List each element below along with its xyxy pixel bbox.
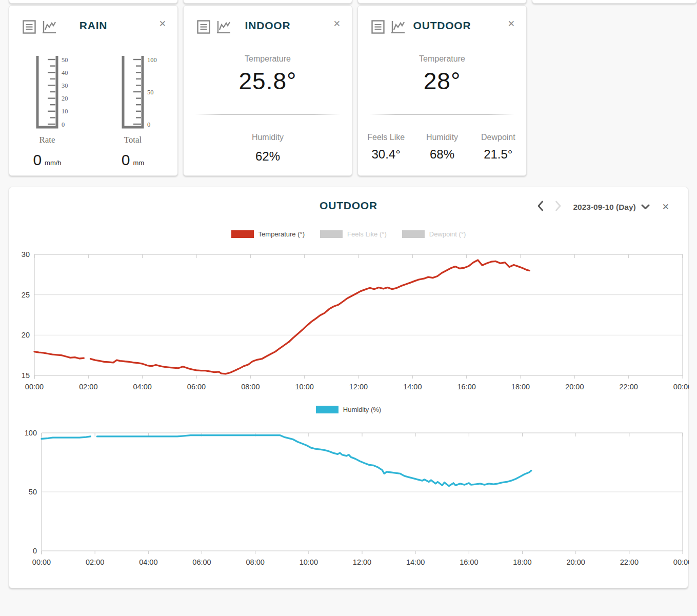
outdoor-dewpoint: Dewpoint 21.5° <box>470 133 526 162</box>
indoor-temperature-value: 25.8° <box>184 67 352 95</box>
svg-text:20:00: 20:00 <box>567 558 585 566</box>
legend-item[interactable]: Feels Like (°) <box>320 230 387 238</box>
svg-text:40: 40 <box>62 69 68 76</box>
legend-swatch <box>320 230 343 238</box>
legend-swatch <box>402 230 425 238</box>
card-divider <box>370 114 514 115</box>
svg-text:20:00: 20:00 <box>565 383 584 391</box>
svg-text:22:00: 22:00 <box>620 383 638 391</box>
humidity-chart: 00:0002:0004:0006:0008:0010:0012:0014:00… <box>9 424 689 578</box>
svg-text:50: 50 <box>29 488 37 496</box>
chart-close-icon[interactable]: ✕ <box>662 203 669 211</box>
svg-text:18:00: 18:00 <box>513 558 531 566</box>
previous-day-icon[interactable] <box>537 201 544 213</box>
svg-text:00:00: 00:00 <box>673 558 689 566</box>
outdoor-card: OUTDOOR ✕ Temperature 28° Feels Like 30.… <box>357 5 527 176</box>
series-line <box>97 435 531 486</box>
outdoor-temperature-value: 28° <box>358 67 526 95</box>
humidity-chart-legend: Humidity (%) <box>9 406 688 413</box>
svg-text:16:00: 16:00 <box>457 383 476 391</box>
legend-item[interactable]: Dewpoint (°) <box>402 230 466 238</box>
legend-label: Temperature (°) <box>258 230 305 238</box>
temperature-chart-legend: Temperature (°)Feels Like (°)Dewpoint (°… <box>9 230 688 238</box>
svg-text:10: 10 <box>62 108 68 115</box>
svg-text:04:00: 04:00 <box>133 383 152 391</box>
humidity-label: Humidity <box>414 133 470 142</box>
partial-card-top-1 <box>9 0 178 4</box>
svg-text:14:00: 14:00 <box>406 558 425 566</box>
svg-text:04:00: 04:00 <box>139 558 157 566</box>
indoor-card: INDOOR ✕ Temperature 25.8° Humidity 62% <box>183 5 352 176</box>
partial-card-top-2 <box>183 0 352 4</box>
partial-card-top-3 <box>357 0 527 4</box>
svg-text:50: 50 <box>147 89 154 96</box>
svg-text:02:00: 02:00 <box>86 558 104 566</box>
rain-rate-number: 0 <box>33 151 42 169</box>
series-line <box>91 260 530 374</box>
outdoor-card-close-icon[interactable]: ✕ <box>508 19 515 28</box>
chevron-down-icon[interactable] <box>641 203 650 212</box>
indoor-humidity-label: Humidity <box>184 133 352 142</box>
svg-text:20: 20 <box>22 331 30 339</box>
svg-text:10:00: 10:00 <box>300 558 318 566</box>
legend-item[interactable]: Temperature (°) <box>231 230 305 238</box>
rain-total-gauge: 050100 Total 0 mm <box>113 53 171 169</box>
svg-text:0: 0 <box>33 547 37 555</box>
svg-text:10:00: 10:00 <box>295 383 314 391</box>
series-line <box>42 436 90 439</box>
rain-card-close-icon[interactable]: ✕ <box>159 19 166 28</box>
rain-rate-value: 0 mm/h <box>28 151 67 169</box>
legend-swatch <box>231 230 254 238</box>
svg-text:100: 100 <box>147 56 157 64</box>
dashboard: RAIN ✕ 01020304050 Rate 0 mm/h 050100 To… <box>0 0 697 616</box>
rain-card-header: RAIN ✕ <box>9 6 177 34</box>
svg-text:100: 100 <box>25 429 37 437</box>
svg-text:00:00: 00:00 <box>673 383 689 391</box>
rain-total-number: 0 <box>122 151 130 169</box>
outdoor-chart-card: OUTDOOR 2023-09-10 (Day) ✕ Temperature (… <box>9 187 688 588</box>
svg-text:30: 30 <box>62 82 68 89</box>
svg-text:12:00: 12:00 <box>353 558 371 566</box>
svg-text:06:00: 06:00 <box>187 383 206 391</box>
indoor-card-header: INDOOR ✕ <box>184 6 352 34</box>
indoor-card-title: INDOOR <box>184 19 352 32</box>
rain-total-label: Total <box>113 135 152 145</box>
legend-item[interactable]: Humidity (%) <box>316 406 381 413</box>
temperature-chart: 00:0002:0004:0006:0008:0010:0012:0014:00… <box>9 246 689 400</box>
next-day-icon[interactable] <box>555 201 562 213</box>
outdoor-humidity: Humidity 68% <box>414 133 470 162</box>
svg-text:16:00: 16:00 <box>460 558 478 566</box>
date-range-selector[interactable]: 2023-09-10 (Day) <box>573 203 635 212</box>
rain-total-unit: mm <box>133 159 145 167</box>
legend-label: Feels Like (°) <box>347 230 387 238</box>
outdoor-card-title: OUTDOOR <box>358 19 526 32</box>
dewpoint-label: Dewpoint <box>470 133 526 142</box>
partial-card-top-4 <box>532 0 697 4</box>
svg-text:14:00: 14:00 <box>403 383 422 391</box>
indoor-card-close-icon[interactable]: ✕ <box>333 19 341 28</box>
indoor-humidity-value: 62% <box>184 149 352 164</box>
svg-text:22:00: 22:00 <box>620 558 639 566</box>
outdoor-stats-row: Feels Like 30.4° Humidity 68% Dewpoint 2… <box>358 133 526 162</box>
card-divider <box>195 114 340 115</box>
rain-card: RAIN ✕ 01020304050 Rate 0 mm/h 050100 To… <box>9 5 178 176</box>
indoor-temperature-label: Temperature <box>184 54 352 64</box>
outdoor-card-header: OUTDOOR ✕ <box>358 6 526 34</box>
feels-like-label: Feels Like <box>358 133 414 142</box>
svg-text:0: 0 <box>147 121 150 128</box>
svg-text:50: 50 <box>62 56 68 64</box>
outdoor-feels-like: Feels Like 30.4° <box>358 133 414 162</box>
svg-text:25: 25 <box>22 291 30 299</box>
rain-total-value: 0 mm <box>113 151 152 169</box>
svg-text:08:00: 08:00 <box>246 558 265 566</box>
rain-rate-unit: mm/h <box>45 159 62 167</box>
svg-text:00:00: 00:00 <box>32 558 51 566</box>
svg-text:15: 15 <box>22 371 30 380</box>
rain-card-title: RAIN <box>9 19 177 32</box>
feels-like-value: 30.4° <box>358 147 414 162</box>
date-navigation: 2023-09-10 (Day) ✕ <box>537 201 669 213</box>
svg-text:02:00: 02:00 <box>79 383 97 391</box>
svg-text:18:00: 18:00 <box>511 383 530 391</box>
svg-text:08:00: 08:00 <box>241 383 260 391</box>
rain-rate-label: Rate <box>28 135 67 145</box>
